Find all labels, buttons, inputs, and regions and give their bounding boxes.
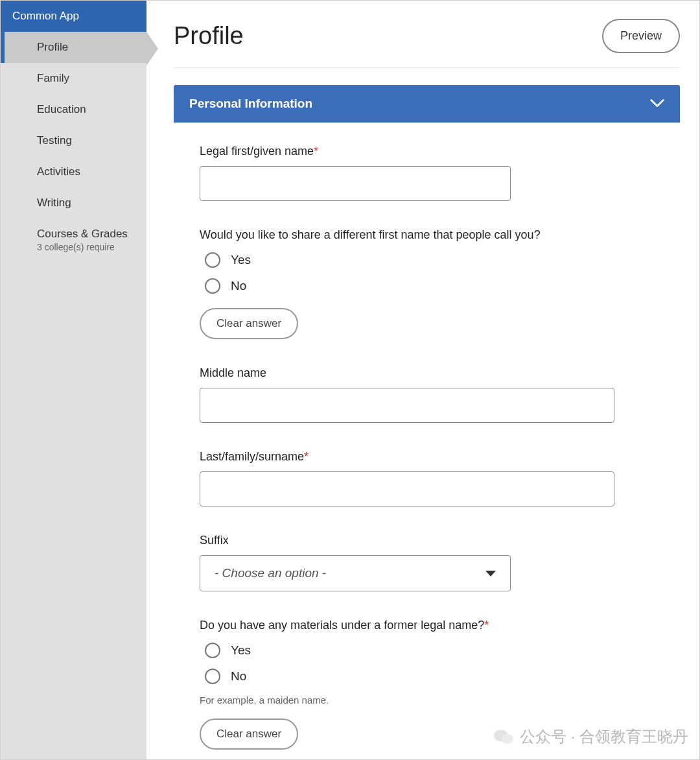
sidebar-item-label: Family: [37, 72, 69, 84]
radio-icon: [205, 252, 220, 268]
suffix-select[interactable]: - Choose an option -: [200, 555, 511, 591]
sidebar-header: Common App: [1, 1, 146, 32]
middle-name-input[interactable]: [200, 388, 614, 423]
radio-label: No: [231, 279, 246, 293]
radio-icon: [205, 669, 220, 684]
share-name-yes-radio[interactable]: Yes: [205, 252, 654, 268]
main-content: Profile Preview Personal Information Leg…: [146, 1, 699, 759]
former-name-helper: For example, a maiden name.: [200, 695, 654, 706]
radio-label: Yes: [231, 643, 251, 658]
middle-name-label: Middle name: [200, 366, 654, 380]
sidebar-item-label: Testing: [37, 134, 72, 147]
section-title: Personal Information: [189, 97, 312, 111]
last-name-input[interactable]: [200, 471, 614, 506]
sidebar: Common App Profile Family Education Test…: [1, 1, 146, 759]
chevron-down-icon: [650, 97, 664, 111]
sidebar-item-testing[interactable]: Testing: [1, 125, 146, 156]
radio-label: No: [231, 669, 246, 683]
section-header-personal-information[interactable]: Personal Information: [174, 85, 680, 123]
first-name-input[interactable]: [200, 166, 511, 201]
suffix-label: Suffix: [200, 534, 654, 547]
clear-share-name-button[interactable]: Clear answer: [200, 308, 298, 339]
page-title: Profile: [174, 22, 244, 50]
sidebar-item-label: Courses & Grades: [37, 228, 128, 240]
suffix-placeholder: - Choose an option -: [215, 566, 326, 580]
sidebar-item-label: Activities: [37, 165, 80, 178]
sidebar-item-family[interactable]: Family: [1, 63, 146, 94]
share-name-label: Would you like to share a different firs…: [200, 228, 654, 242]
sidebar-item-label: Profile: [37, 41, 68, 53]
sidebar-item-label: Writing: [37, 196, 71, 209]
caret-down-icon: [485, 571, 496, 576]
first-name-label: Legal first/given name*: [200, 145, 654, 158]
radio-icon: [205, 643, 220, 658]
sidebar-item-writing[interactable]: Writing: [1, 187, 146, 219]
sidebar-item-profile[interactable]: Profile: [1, 32, 146, 63]
sidebar-item-label: Education: [37, 103, 86, 115]
former-name-yes-radio[interactable]: Yes: [205, 643, 654, 658]
sidebar-item-education[interactable]: Education: [1, 94, 146, 125]
sidebar-item-subtext: 3 college(s) require: [37, 242, 134, 252]
sidebar-item-activities[interactable]: Activities: [1, 156, 146, 187]
sidebar-item-courses-grades[interactable]: Courses & Grades 3 college(s) require: [1, 219, 146, 261]
radio-label: Yes: [231, 253, 251, 267]
preview-button[interactable]: Preview: [602, 19, 680, 53]
share-name-no-radio[interactable]: No: [205, 278, 654, 294]
clear-former-name-button[interactable]: Clear answer: [200, 718, 298, 750]
former-name-no-radio[interactable]: No: [205, 669, 654, 684]
radio-icon: [205, 278, 220, 294]
former-name-label: Do you have any materials under a former…: [200, 619, 654, 632]
last-name-label: Last/family/surname*: [200, 450, 654, 464]
